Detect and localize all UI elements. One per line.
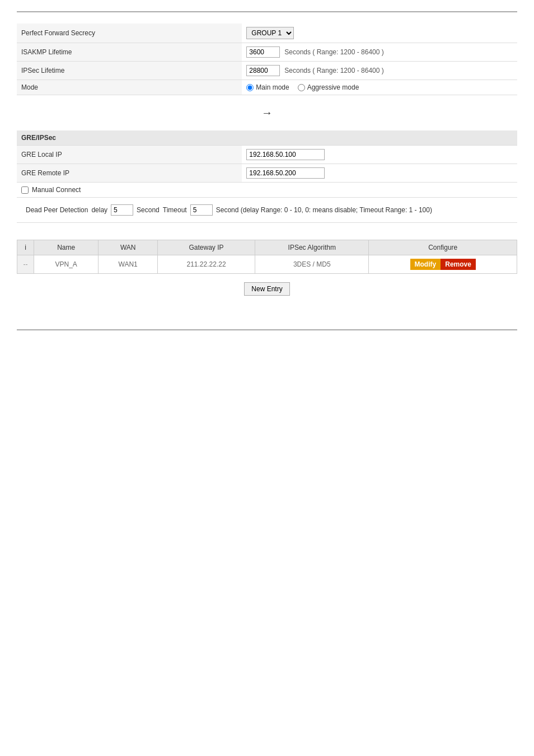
dpd-timeout-label: Timeout	[163, 206, 187, 214]
vpn-cell-0-0: --	[17, 255, 34, 274]
modify-button-0[interactable]: Modify	[410, 259, 441, 270]
manual-connect-row: Manual Connect	[17, 183, 517, 198]
dpd-delay-label: delay	[91, 206, 107, 214]
settings-value-0: GROUP 1GROUP 2GROUP 5None	[242, 24, 517, 43]
top-border	[17, 11, 517, 12]
dpd-timeout-input[interactable]	[190, 204, 213, 216]
settings-table: Perfect Forward SecrecyGROUP 1GROUP 2GRO…	[17, 24, 517, 95]
dpd-cell: Dead Peer Detection delay Second Timeout…	[17, 198, 517, 223]
arrow-section: →	[17, 106, 517, 119]
page-wrapper: Perfect Forward SecrecyGROUP 1GROUP 2GRO…	[0, 0, 534, 342]
settings-radio-label-3-0[interactable]: Main mode	[246, 83, 289, 91]
gre-remote-ip-label: GRE Remote IP	[17, 164, 242, 183]
settings-row-0: Perfect Forward SecrecyGROUP 1GROUP 2GRO…	[17, 24, 517, 43]
gre-section-header-row: GRE/IPSec	[17, 130, 517, 146]
gre-section-header: GRE/IPSec	[17, 130, 517, 146]
settings-radio-label-3-1[interactable]: Aggressive mode	[298, 83, 359, 91]
vpn-col-1: Name	[34, 240, 99, 255]
settings-row-1: ISAKMP LifetimeSeconds ( Range: 1200 - 8…	[17, 43, 517, 62]
vpn-header-row: iNameWANGateway IPIPSec AlgorithmConfigu…	[17, 240, 517, 255]
settings-input-2[interactable]	[246, 65, 280, 76]
dpd-hint: Second (delay Range: 0 - 10, 0: means di…	[216, 206, 432, 214]
vpn-table: iNameWANGateway IPIPSec AlgorithmConfigu…	[17, 240, 517, 274]
settings-hint-1: Seconds ( Range: 1200 - 86400 )	[284, 48, 383, 56]
settings-input-1[interactable]	[246, 46, 280, 58]
settings-value-1: Seconds ( Range: 1200 - 86400 )	[242, 43, 517, 62]
settings-label-3: Mode	[17, 80, 242, 95]
settings-radio-input-3-0[interactable]	[246, 84, 254, 91]
vpn-section: iNameWANGateway IPIPSec AlgorithmConfigu…	[17, 240, 517, 296]
vpn-col-2: WAN	[99, 240, 158, 255]
vpn-configure-cell-0: ModifyRemove	[369, 255, 517, 274]
gre-local-ip-input[interactable]	[246, 149, 325, 160]
dpd-second-label: Second	[137, 206, 160, 214]
dpd-row-tr: Dead Peer Detection delay Second Timeout…	[17, 198, 517, 223]
remove-button-0[interactable]: Remove	[441, 259, 476, 270]
vpn-col-5: Configure	[369, 240, 517, 255]
settings-row-3: Mode Main mode Aggressive mode	[17, 80, 517, 95]
settings-row-2: IPSec LifetimeSeconds ( Range: 1200 - 86…	[17, 62, 517, 80]
gre-table: GRE/IPSec GRE Local IP GRE Remote IP Ma	[17, 130, 517, 223]
settings-select-0[interactable]: GROUP 1GROUP 2GROUP 5None	[246, 27, 294, 39]
settings-radio-group-3: Main mode Aggressive mode	[246, 83, 513, 91]
settings-value-3: Main mode Aggressive mode	[242, 80, 517, 95]
manual-connect-cell: Manual Connect	[17, 183, 517, 198]
settings-value-2: Seconds ( Range: 1200 - 86400 )	[242, 62, 517, 80]
gre-remote-ip-input[interactable]	[246, 167, 325, 179]
vpn-cell-0-2: WAN1	[99, 255, 158, 274]
settings-radio-input-3-1[interactable]	[298, 84, 305, 91]
gre-remote-ip-value-cell	[242, 164, 517, 183]
settings-label-0: Perfect Forward Secrecy	[17, 24, 242, 43]
settings-label-2: IPSec Lifetime	[17, 62, 242, 80]
arrow-icon: →	[261, 106, 273, 119]
vpn-row-0: --VPN_AWAN1211.22.22.223DES / MD5ModifyR…	[17, 255, 517, 274]
dpd-row: Dead Peer Detection delay Second Timeout…	[21, 201, 513, 219]
gre-local-ip-value-cell	[242, 146, 517, 164]
manual-connect-checkbox-row: Manual Connect	[21, 186, 513, 194]
new-entry-button[interactable]: New Entry	[244, 282, 289, 296]
dpd-label: Dead Peer Detection	[26, 206, 88, 214]
bottom-border	[17, 329, 517, 330]
vpn-cell-0-4: 3DES / MD5	[255, 255, 369, 274]
dpd-delay-input[interactable]	[111, 204, 133, 216]
settings-hint-2: Seconds ( Range: 1200 - 86400 )	[284, 67, 383, 74]
gre-remote-ip-row: GRE Remote IP	[17, 164, 517, 183]
vpn-cell-0-3: 211.22.22.22	[157, 255, 255, 274]
new-entry-wrapper: New Entry	[17, 282, 517, 296]
gre-local-ip-label: GRE Local IP	[17, 146, 242, 164]
manual-connect-checkbox[interactable]	[21, 186, 29, 194]
vpn-col-3: Gateway IP	[157, 240, 255, 255]
vpn-cell-0-1: VPN_A	[34, 255, 99, 274]
vpn-col-4: IPSec Algorithm	[255, 240, 369, 255]
vpn-col-0: i	[17, 240, 34, 255]
gre-local-ip-row: GRE Local IP	[17, 146, 517, 164]
manual-connect-label: Manual Connect	[32, 186, 81, 194]
settings-label-1: ISAKMP Lifetime	[17, 43, 242, 62]
